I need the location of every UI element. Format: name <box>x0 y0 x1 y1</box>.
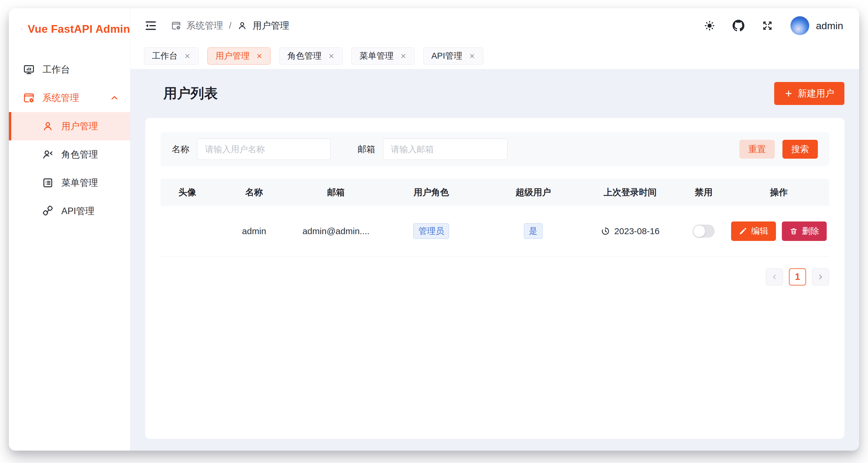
column-header-email: 邮箱 <box>294 187 378 198</box>
theme-toggle-button[interactable] <box>704 20 715 32</box>
tab-menus[interactable]: 菜单管理 <box>351 47 414 65</box>
tab-label: 菜单管理 <box>359 50 394 62</box>
breadcrumb-separator: / <box>229 21 231 31</box>
menu-list-icon <box>42 177 54 189</box>
app-title: Vue FastAPI Admin <box>28 23 130 35</box>
user-name-cell: admin <box>214 226 294 236</box>
sidebar: Vue FastAPI Admin 工作台 <box>9 8 130 451</box>
delete-button[interactable]: 删除 <box>782 222 827 241</box>
menu-fold-icon <box>144 19 158 32</box>
search-button[interactable]: 搜索 <box>782 140 818 159</box>
role-user-icon <box>42 148 54 160</box>
tab-users[interactable]: 用户管理 <box>208 47 271 65</box>
edit-button[interactable]: 编辑 <box>731 222 776 241</box>
sidebar-item-label: 菜单管理 <box>61 177 98 189</box>
trash-icon <box>789 227 798 235</box>
tab-workbench[interactable]: 工作台 <box>144 47 198 65</box>
sidebar-collapse-button[interactable] <box>144 19 158 32</box>
sidebar-item-roles[interactable]: 角色管理 <box>9 140 130 169</box>
sidebar-menu: 工作台 系统管理 <box>9 56 130 225</box>
disabled-cell <box>679 225 729 238</box>
username-label: admin <box>816 20 843 32</box>
chick-logo-icon <box>21 20 23 39</box>
tab-label: 工作台 <box>152 50 178 62</box>
column-header-last-login: 上次登录时间 <box>582 187 679 198</box>
role-tag: 管理员 <box>413 223 449 239</box>
api-plug-icon <box>42 205 54 217</box>
pagination-prev-button[interactable] <box>766 268 783 286</box>
tab-apis[interactable]: API管理 <box>423 47 483 65</box>
table-header-row: 头像 名称 邮箱 用户角色 超级用户 上次登录时间 禁用 操作 <box>160 179 829 206</box>
breadcrumb-system[interactable]: 系统管理 <box>171 20 223 32</box>
create-user-button[interactable]: 新建用户 <box>774 82 844 105</box>
breadcrumb-users[interactable]: 用户管理 <box>237 20 289 32</box>
name-filter-input[interactable] <box>197 139 331 160</box>
breadcrumb-label: 系统管理 <box>186 20 223 32</box>
create-user-label: 新建用户 <box>798 87 834 100</box>
tabs-bar: 工作台 用户管理 角色管理 菜单管理 API管理 <box>130 43 859 69</box>
column-header-superuser: 超级用户 <box>485 187 582 198</box>
sidebar-item-users[interactable]: 用户管理 <box>9 112 130 140</box>
user-email-cell: admin@admin.... <box>294 226 378 236</box>
column-header-avatar: 头像 <box>160 187 214 198</box>
tab-close-icon[interactable] <box>400 53 407 59</box>
last-login-cell: 2023-08-16 <box>582 226 679 236</box>
content-area: 用户列表 新建用户 名称 邮箱 重置 搜索 <box>130 69 859 451</box>
name-filter-label: 名称 <box>172 143 189 156</box>
column-header-disabled: 禁用 <box>679 187 729 198</box>
sidebar-item-label: 工作台 <box>42 63 70 76</box>
sidebar-item-menus[interactable]: 菜单管理 <box>9 169 130 197</box>
sidebar-item-workbench[interactable]: 工作台 <box>9 56 130 84</box>
user-avatar <box>790 16 809 35</box>
filter-actions: 重置 搜索 <box>739 140 818 159</box>
sidebar-item-system[interactable]: 系统管理 <box>9 84 130 112</box>
table-row: admin admin@admin.... 管理员 是 <box>160 206 829 257</box>
system-window-gear-icon <box>171 21 181 31</box>
tab-close-icon[interactable] <box>469 53 475 59</box>
users-table: 头像 名称 邮箱 用户角色 超级用户 上次登录时间 禁用 操作 admin ad… <box>160 179 829 257</box>
topbar-actions: admin <box>704 16 843 35</box>
tab-close-icon[interactable] <box>184 53 191 59</box>
fullscreen-expand-icon <box>762 20 773 32</box>
tab-roles[interactable]: 角色管理 <box>279 47 343 65</box>
pagination-page-1[interactable]: 1 <box>789 268 806 286</box>
column-header-name: 名称 <box>214 187 294 198</box>
tab-close-icon[interactable] <box>328 53 335 59</box>
page-header: 用户列表 新建用户 <box>145 82 844 105</box>
app-window: Vue FastAPI Admin 工作台 <box>9 8 859 451</box>
superuser-cell: 是 <box>485 223 582 239</box>
pencil-icon <box>739 227 747 235</box>
chevron-up-icon <box>110 93 120 103</box>
actions-cell: 编辑 删除 <box>729 222 829 241</box>
fullscreen-button[interactable] <box>762 20 773 32</box>
chevron-right-icon <box>817 273 824 281</box>
sidebar-item-apis[interactable]: API管理 <box>9 197 130 225</box>
tab-label: 角色管理 <box>287 50 321 62</box>
topbar: 系统管理 / 用户管理 <box>130 8 859 43</box>
users-card: 名称 邮箱 重置 搜索 头像 名称 邮箱 用户角色 超级用户 <box>145 118 844 439</box>
column-header-role: 用户角色 <box>378 187 485 198</box>
tab-close-icon[interactable] <box>256 53 262 59</box>
sidebar-item-label: 系统管理 <box>42 92 79 104</box>
last-login-value: 2023-08-16 <box>614 226 659 236</box>
column-header-actions: 操作 <box>729 187 829 198</box>
superuser-tag: 是 <box>524 223 542 239</box>
plus-icon <box>784 89 793 98</box>
system-window-gear-icon <box>23 92 35 104</box>
pagination-next-button[interactable] <box>812 268 829 286</box>
email-filter-label: 邮箱 <box>358 143 375 156</box>
user-menu[interactable]: admin <box>790 16 843 35</box>
github-icon <box>733 20 744 32</box>
user-icon <box>42 120 54 132</box>
tab-label: 用户管理 <box>215 50 250 62</box>
github-link-button[interactable] <box>733 20 744 32</box>
sidebar-item-label: API管理 <box>61 205 94 217</box>
main-area: 系统管理 / 用户管理 <box>130 8 859 451</box>
app-logo[interactable]: Vue FastAPI Admin <box>9 8 130 39</box>
reset-button[interactable]: 重置 <box>739 140 775 159</box>
user-role-cell: 管理员 <box>378 223 485 239</box>
sun-icon <box>704 20 715 32</box>
disable-toggle[interactable] <box>693 225 715 238</box>
email-filter-input[interactable] <box>383 139 507 160</box>
delete-button-label: 删除 <box>802 225 819 237</box>
